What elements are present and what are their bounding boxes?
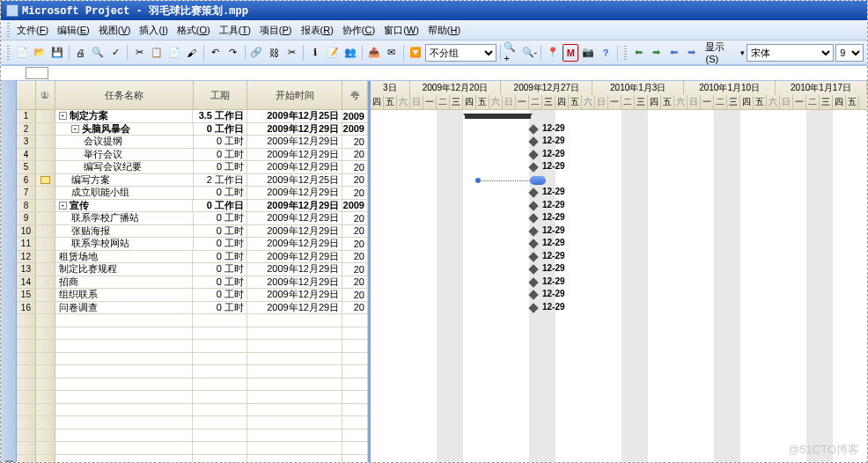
font-combo[interactable]: 宋体: [747, 44, 834, 62]
duration-cell[interactable]: 3.5 工作日: [193, 110, 247, 122]
milestone-diamond[interactable]: [528, 162, 538, 172]
zoom-out-button[interactable]: 🔍-: [521, 44, 537, 62]
task-name-cell[interactable]: 招商: [55, 276, 194, 289]
row-num[interactable]: 1: [17, 110, 36, 122]
print-button[interactable]: 🖨: [72, 44, 88, 62]
link-button[interactable]: 🔗: [249, 44, 265, 62]
cut-button[interactable]: ✂: [131, 44, 147, 62]
goto-button[interactable]: 📍: [545, 44, 561, 62]
menu-10[interactable]: 帮助(H): [423, 22, 465, 39]
milestone-diamond[interactable]: [528, 290, 538, 299]
task-name-cell[interactable]: 成立职能小组: [55, 187, 194, 199]
zoom-in-button[interactable]: 🔍+: [504, 44, 519, 62]
duration-cell[interactable]: 0 工作日: [193, 200, 247, 212]
notes-button[interactable]: 📝: [325, 44, 341, 62]
size-combo[interactable]: 9: [835, 44, 864, 62]
duration-cell[interactable]: 2 工作日: [194, 174, 248, 187]
task-name-cell[interactable]: -制定方案: [55, 110, 194, 122]
task-name-cell[interactable]: 联系学校网站: [55, 238, 194, 250]
gantt-timescale[interactable]: 3日2009年12月20日2009年12月27日2010年1月3日2010年1月…: [371, 81, 867, 110]
task-name-cell[interactable]: -宣传: [55, 200, 194, 212]
undo-button[interactable]: ↶: [208, 44, 224, 62]
table-row[interactable]: 9联系学校广播站0 工时2009年12月29日20: [17, 212, 368, 225]
milestone-diamond[interactable]: [528, 264, 538, 274]
start-cell[interactable]: 2009年12月29日: [247, 263, 342, 276]
paste-button[interactable]: 📄: [166, 44, 182, 62]
table-row[interactable]: 6编写方案2 工作日2009年12月25日20: [17, 174, 368, 187]
copy-button[interactable]: 📋: [149, 44, 165, 62]
finish-cell[interactable]: 20: [342, 289, 368, 301]
menu-5[interactable]: 工具(T): [215, 22, 255, 39]
task-name-cell[interactable]: 租赁场地: [55, 251, 194, 263]
gantt-row[interactable]: 12-29: [371, 263, 867, 276]
unlink-button[interactable]: ⛓: [266, 44, 282, 62]
row-num[interactable]: 4: [17, 149, 36, 161]
finish-cell[interactable]: 20: [342, 149, 368, 161]
finish-cell[interactable]: 2009: [342, 110, 368, 122]
assign-button[interactable]: 👥: [342, 44, 358, 62]
redo-button[interactable]: ↷: [225, 44, 241, 62]
gantt-body[interactable]: 12-2912-2912-2912-2912-2912-2912-2912-29…: [371, 110, 867, 462]
save-button[interactable]: 💾: [49, 44, 65, 62]
table-row[interactable]: 1-制定方案3.5 工作日2009年12月25日2009: [17, 110, 368, 123]
milestone-diamond[interactable]: [528, 277, 538, 287]
finish-cell[interactable]: 2009: [342, 200, 368, 212]
row-num[interactable]: 11: [17, 238, 36, 250]
entry-cell[interactable]: [26, 67, 48, 79]
finish-header[interactable]: 夸: [342, 81, 368, 109]
milestone-diamond[interactable]: [528, 136, 538, 146]
start-cell[interactable]: 2009年12月29日: [247, 136, 342, 148]
milestone-diamond[interactable]: [528, 150, 538, 159]
row-num[interactable]: 6: [17, 174, 36, 187]
row-num[interactable]: 16: [17, 302, 36, 314]
outline-toggle[interactable]: -: [59, 202, 67, 209]
gantt-row[interactable]: 12-29: [371, 302, 867, 315]
spell-button[interactable]: ✓: [107, 44, 123, 62]
milestone-diamond[interactable]: [528, 213, 538, 223]
start-cell[interactable]: 2009年12月29日: [247, 289, 342, 301]
duration-cell[interactable]: 0 工时: [193, 289, 247, 301]
preview-button[interactable]: 🔍: [90, 44, 106, 62]
table-row[interactable]: 12租赁场地0 工时2009年12月29日20: [17, 251, 368, 264]
duration-cell[interactable]: 0 工时: [194, 161, 248, 173]
row-num[interactable]: 14: [17, 276, 36, 289]
start-cell[interactable]: 2009年12月29日: [247, 225, 342, 238]
table-row[interactable]: 2-头脑风暴会0 工作日2009年12月29日2009: [17, 123, 368, 136]
table-row[interactable]: 16问卷调查0 工时2009年12月29日20: [17, 302, 368, 315]
finish-cell[interactable]: 20: [342, 187, 368, 199]
table-row[interactable]: 13制定比赛规程0 工时2009年12月29日20: [17, 263, 368, 276]
outdent-button[interactable]: ⬅: [666, 44, 682, 62]
table-row[interactable]: 14招商0 工时2009年12月29日20: [17, 276, 368, 290]
task-name-cell[interactable]: 举行会议: [55, 149, 194, 161]
outline-toggle[interactable]: -: [71, 125, 79, 133]
start-cell[interactable]: 2009年12月29日: [247, 238, 342, 250]
finish-cell[interactable]: 20: [342, 212, 368, 224]
finish-cell[interactable]: 20: [342, 276, 368, 289]
finish-cell[interactable]: 20: [342, 225, 368, 238]
start-cell[interactable]: 2009年12月29日: [247, 212, 342, 224]
finish-cell[interactable]: 20: [342, 161, 368, 173]
gantt-row[interactable]: 12-29: [371, 123, 867, 136]
new-button[interactable]: 📄: [14, 44, 30, 62]
start-cell[interactable]: 2009年12月25日: [247, 174, 342, 187]
row-num[interactable]: 5: [17, 161, 36, 173]
view-bar[interactable]: 甘特图: [1, 81, 17, 462]
start-cell[interactable]: 2009年12月29日: [247, 302, 342, 314]
gantt-row[interactable]: 12-29: [371, 161, 867, 174]
row-num[interactable]: 10: [17, 225, 36, 238]
outline-toggle[interactable]: -: [59, 112, 67, 120]
menu-7[interactable]: 报表(R): [297, 22, 338, 39]
start-cell[interactable]: 2009年12月29日: [247, 276, 342, 289]
indicator-header[interactable]: ①: [36, 81, 55, 109]
row-num[interactable]: 3: [17, 136, 36, 148]
row-num[interactable]: 12: [17, 251, 36, 263]
gantt-row[interactable]: 12-29: [371, 276, 867, 290]
duration-cell[interactable]: 0 工时: [193, 276, 247, 289]
menu-1[interactable]: 编辑(E): [53, 22, 94, 39]
group-button[interactable]: 🔽: [408, 44, 423, 62]
milestone-diamond[interactable]: [528, 124, 538, 134]
menu-8[interactable]: 协作(C): [338, 22, 379, 39]
duration-cell[interactable]: 0 工时: [193, 263, 247, 276]
task-name-cell[interactable]: 会议提纲: [55, 136, 194, 148]
start-cell[interactable]: 2009年12月29日: [247, 200, 342, 212]
